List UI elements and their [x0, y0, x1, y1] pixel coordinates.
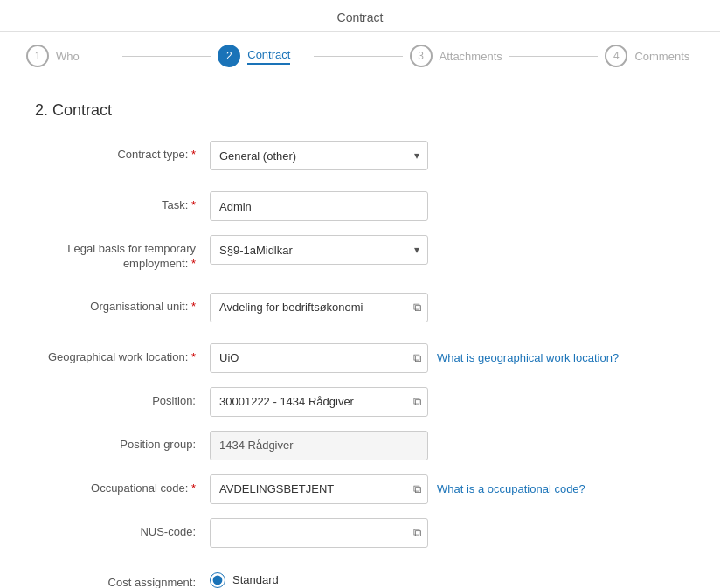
step-line-3	[509, 56, 599, 57]
nus-code-copy-icon[interactable]: ⧉	[413, 526, 421, 540]
position-label: Position:	[35, 387, 210, 409]
task-wrapper	[210, 191, 685, 221]
step-4-circle: 4	[605, 45, 627, 67]
geo-location-required-star: *	[191, 350, 196, 363]
legal-basis-wrapper: S§9-1aMidlkar ▾	[210, 235, 685, 265]
occ-code-label: Occupational code: *	[35, 474, 210, 496]
step-line-1	[122, 56, 211, 57]
position-input[interactable]	[210, 387, 428, 417]
occ-code-copy-icon[interactable]: ⧉	[413, 482, 421, 496]
geo-location-label: Geographical work location: *	[35, 343, 210, 365]
step-3-circle: 3	[410, 45, 433, 67]
org-unit-label: Organisational unit: *	[35, 293, 210, 315]
step-1-circle: 1	[26, 45, 49, 67]
nus-code-group: NUS-code: ⧉	[35, 518, 685, 548]
legal-basis-required-star: *	[191, 257, 196, 270]
step-3[interactable]: 3 Attachments	[410, 45, 502, 67]
task-group: Task: *	[35, 191, 685, 221]
occ-code-help-link[interactable]: What is a occupational code?	[437, 482, 585, 495]
task-label: Task: *	[35, 191, 210, 213]
contract-type-label: Contract type: *	[35, 141, 210, 163]
required-star: *	[191, 148, 196, 161]
step-4-label: Comments	[634, 50, 689, 63]
step-2[interactable]: 2 Contract	[218, 45, 307, 67]
geo-location-input[interactable]	[210, 343, 428, 373]
org-unit-wrapper: ⧉	[210, 293, 685, 322]
org-unit-required-star: *	[191, 300, 196, 313]
occ-code-input-wrapper: ⧉	[210, 474, 428, 504]
position-copy-icon[interactable]: ⧉	[413, 395, 421, 409]
position-input-wrapper: ⧉	[210, 387, 428, 417]
nus-code-input-wrapper: ⧉	[210, 518, 428, 548]
occ-code-input[interactable]	[210, 474, 428, 504]
geo-location-wrapper: ⧉ What is geographical work location?	[210, 343, 685, 373]
org-unit-copy-icon[interactable]: ⧉	[413, 301, 421, 315]
contract-type-select[interactable]: General (other)	[210, 141, 428, 170]
cost-assignment-wrapper: Standard Other	[210, 569, 685, 588]
stepper: 1 Who 2 Contract 3 Attachments 4 Comment…	[0, 32, 720, 80]
legal-basis-label: Legal basis for temporary employment: *	[35, 235, 210, 272]
contract-type-select-wrapper: General (other) ▾	[210, 141, 428, 170]
step-4[interactable]: 4 Comments	[605, 45, 694, 67]
geo-location-input-wrapper: ⧉	[210, 343, 428, 373]
contract-type-wrapper: General (other) ▾	[210, 141, 685, 170]
cost-assignment-standard-label: Standard	[232, 573, 279, 586]
task-input[interactable]	[210, 191, 428, 221]
position-wrapper: ⧉	[210, 387, 685, 417]
org-unit-input-wrapper: ⧉	[210, 293, 428, 322]
legal-basis-select-wrapper: S§9-1aMidlkar ▾	[210, 235, 428, 265]
page-title: Contract	[337, 10, 384, 24]
cost-assignment-label: Cost assignment:	[35, 569, 210, 588]
cost-assignment-standard-radio[interactable]	[210, 572, 225, 588]
step-3-label: Attachments	[440, 50, 502, 63]
legal-basis-select[interactable]: S§9-1aMidlkar	[210, 235, 428, 265]
nus-code-input[interactable]	[210, 518, 428, 548]
geo-location-help-link[interactable]: What is geographical work location?	[437, 351, 619, 364]
main-content: 2. Contract Contract type: * General (ot…	[0, 80, 720, 588]
position-group-label: Position group:	[35, 431, 210, 453]
position-group-field: Position group:	[35, 431, 685, 460]
occ-code-required-star: *	[191, 481, 196, 495]
task-required-star: *	[191, 198, 196, 211]
occ-code-group: Occupational code: * ⧉ What is a occupat…	[35, 474, 685, 504]
section-title: 2. Contract	[35, 101, 685, 120]
occ-code-wrapper: ⧉ What is a occupational code?	[210, 474, 685, 504]
cost-assignment-radio-group: Standard Other	[210, 569, 279, 588]
step-1[interactable]: 1 Who	[26, 45, 115, 67]
position-group-wrapper	[210, 431, 685, 460]
geo-location-group: Geographical work location: * ⧉ What is …	[35, 343, 685, 373]
geo-location-copy-icon[interactable]: ⧉	[413, 351, 421, 365]
position-group: Position: ⧉	[35, 387, 685, 417]
cost-assignment-group: Cost assignment: Standard Other	[35, 569, 685, 588]
cost-assignment-standard-option[interactable]: Standard	[210, 572, 279, 588]
nus-code-label: NUS-code:	[35, 518, 210, 540]
step-1-label: Who	[56, 50, 80, 63]
contract-type-group: Contract type: * General (other) ▾	[35, 141, 685, 170]
legal-basis-group: Legal basis for temporary employment: * …	[35, 235, 685, 272]
org-unit-input[interactable]	[210, 293, 428, 322]
step-2-label: Contract	[247, 48, 290, 65]
position-group-input	[210, 431, 428, 460]
nus-code-wrapper: ⧉	[210, 518, 685, 548]
step-2-circle: 2	[218, 45, 240, 67]
page-title-bar: Contract	[0, 0, 720, 32]
org-unit-group: Organisational unit: * ⧉	[35, 293, 685, 322]
step-line-2	[314, 56, 403, 57]
